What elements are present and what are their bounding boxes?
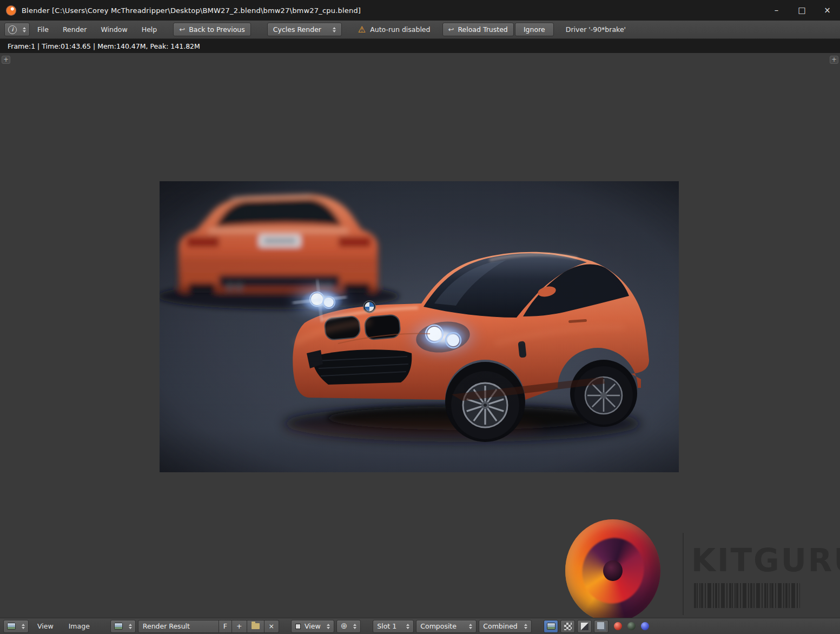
reload-icon: ↩ (448, 26, 454, 33)
close-button[interactable]: × (815, 0, 840, 21)
photo-icon (114, 623, 123, 630)
kitguru-logo-icon (565, 519, 660, 618)
layer-value: Composite (420, 622, 457, 630)
blender-logo-icon (6, 5, 16, 16)
watermark-barcode (694, 583, 800, 608)
dropdown-arrows-icon (129, 624, 132, 629)
reload-trusted-label: Reload Trusted (458, 25, 507, 34)
dropdown-arrows-icon (327, 624, 330, 629)
dropdown-arrows-icon (333, 27, 336, 32)
render-engine-select[interactable]: Cycles Render (267, 23, 342, 36)
dropdown-arrows-icon (353, 624, 356, 629)
new-image-button[interactable]: + (232, 620, 247, 633)
draw-channels-alpha-only-button[interactable] (577, 620, 592, 633)
dropdown-arrows-icon (406, 624, 409, 629)
draw-channels-zbuffer-button[interactable] (594, 620, 608, 633)
warning-icon: ⚠ (358, 25, 366, 34)
reload-trusted-button[interactable]: ↩ Reload Trusted (442, 23, 514, 36)
draw-channels-alpha-button[interactable] (560, 620, 575, 633)
back-icon: ↩ (179, 26, 185, 33)
channel-blue-toggle[interactable] (641, 622, 649, 630)
render-result-image[interactable] (160, 181, 679, 472)
window-controls: – □ × (764, 0, 840, 21)
info-icon: i (8, 25, 17, 34)
render-stats-bar: Frame:1 | Time:01:43.65 | Mem:140.47M, P… (0, 39, 840, 53)
back-to-previous-button[interactable]: ↩ Back to Previous (173, 23, 251, 36)
zbuffer-icon (597, 622, 604, 629)
layer-select[interactable]: Composite (416, 620, 477, 633)
channel-red-toggle[interactable] (614, 622, 622, 630)
image-editor-icon (7, 623, 16, 630)
alpha-checker-icon (564, 623, 572, 630)
menu-view[interactable]: View (31, 619, 60, 633)
driver-status-label: Driver '-90*brake' (566, 25, 626, 34)
menu-image[interactable]: Image (62, 619, 96, 633)
unlink-image-button[interactable]: × (264, 620, 279, 633)
folder-icon (252, 623, 260, 629)
channel-green-toggle[interactable] (627, 622, 636, 630)
kitguru-watermark: KITGURU (563, 518, 840, 618)
dropdown-arrows-icon (469, 624, 472, 629)
slot-value: Slot 1 (377, 622, 396, 630)
dropdown-arrows-icon (524, 624, 527, 629)
editor-type-selector[interactable]: i (4, 23, 30, 36)
window-titlebar: Blender [C:\Users\Corey McThreadripper\D… (0, 0, 840, 21)
corner-plus-icon[interactable]: + (830, 56, 838, 64)
autorun-warning-label: Auto-run disabled (370, 25, 430, 34)
pivot-icon: ⊕ (341, 622, 348, 630)
open-image-button[interactable] (247, 620, 264, 633)
image-editor-header: View Image Render Result F + × View ⊕ Sl… (0, 618, 840, 634)
view-mode-dropdown[interactable]: View (291, 620, 334, 633)
alpha-only-icon (581, 623, 588, 630)
menu-help[interactable]: Help (135, 23, 164, 36)
pass-select[interactable]: Combined (479, 620, 532, 633)
ignore-label: Ignore (524, 25, 545, 34)
menu-render[interactable]: Render (56, 23, 94, 36)
draw-channels-color-button[interactable] (544, 620, 558, 633)
window-title: Blender [C:\Users\Corey McThreadripper\D… (22, 6, 361, 15)
datablock-name-field[interactable]: Render Result (138, 620, 219, 633)
render-engine-value: Cycles Render (273, 25, 321, 34)
pivot-selector[interactable]: ⊕ (336, 620, 361, 633)
pass-value: Combined (483, 622, 518, 630)
image-editor-area: + + (0, 53, 840, 618)
watermark-divider (683, 533, 684, 615)
image-datablock: Render Result F + × (138, 620, 279, 633)
ignore-button[interactable]: Ignore (515, 23, 554, 36)
dropdown-arrows-icon (22, 624, 25, 629)
render-stats-text: Frame:1 | Time:01:43.65 | Mem:140.47M, P… (8, 42, 200, 50)
view-mode-label: View (305, 622, 321, 630)
color-channel-icon (547, 623, 555, 630)
info-header: i File Render Window Help ↩ Back to Prev… (0, 21, 840, 39)
menu-window[interactable]: Window (94, 23, 134, 36)
back-to-previous-label: Back to Previous (189, 25, 245, 34)
maximize-button[interactable]: □ (789, 0, 815, 21)
browse-image-button[interactable] (110, 620, 136, 633)
dropdown-arrows-icon (23, 27, 26, 32)
watermark-brand-text: KITGURU (691, 542, 840, 579)
minimize-button[interactable]: – (764, 0, 789, 21)
editor-type-selector-image[interactable] (3, 620, 29, 633)
fake-user-button[interactable]: F (219, 620, 232, 633)
menu-file[interactable]: File (31, 23, 55, 36)
slot-select[interactable]: Slot 1 (373, 620, 414, 633)
render-scene (160, 181, 679, 472)
checkbox-icon (295, 624, 301, 629)
corner-plus-icon[interactable]: + (2, 56, 10, 64)
